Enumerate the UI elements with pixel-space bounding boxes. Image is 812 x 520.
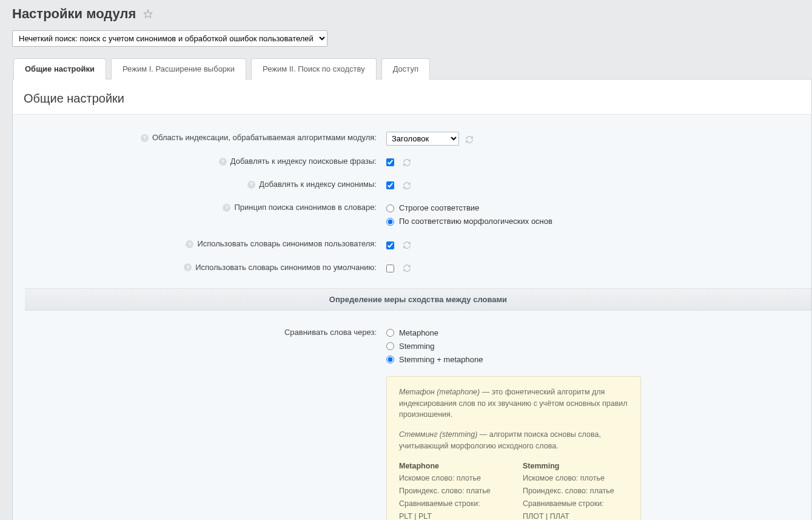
note-metaphone-em: Метафон (metaphone) xyxy=(399,388,480,396)
help-icon[interactable]: ? xyxy=(141,134,149,142)
add-search-phrases-label: Добавлять к индексу поисковые фразы: xyxy=(230,155,377,168)
section-header-similarity: Определение меры сходства между словами xyxy=(25,288,811,311)
help-icon[interactable]: ? xyxy=(219,158,227,166)
add-search-phrases-checkbox[interactable] xyxy=(386,158,394,166)
add-synonyms-checkbox[interactable] xyxy=(386,181,394,189)
tab-access[interactable]: Доступ xyxy=(381,58,430,79)
tab-general[interactable]: Общие настройки xyxy=(13,58,106,79)
page-title: Настройки модуля xyxy=(12,6,136,22)
synonym-principle-label: Принцип поиска синонимов в словаре: xyxy=(234,201,377,214)
use-default-dict-label: Использовать словарь синонимов по умолча… xyxy=(195,262,377,274)
synonym-strict-radio[interactable] xyxy=(386,204,394,212)
use-default-dict-checkbox[interactable] xyxy=(386,265,394,272)
tab-mode-2[interactable]: Режим II. Поиск по сходству xyxy=(251,58,377,79)
compare-both-radio-label: Stemming + metaphone xyxy=(399,353,483,366)
svg-marker-0 xyxy=(144,10,152,18)
note-col-stemming: Stemming Искомое слово: плотье Проиндекс… xyxy=(523,461,628,520)
synonym-morph-radio[interactable] xyxy=(386,218,394,226)
compare-metaphone-radio-label: Metaphone xyxy=(399,326,438,340)
note-col-metaphone: Metaphone Искомое слово: плотье Проиндек… xyxy=(399,461,505,520)
compare-metaphone-radio[interactable] xyxy=(386,329,394,337)
compare-label: Сравнивать слова через: xyxy=(284,326,377,339)
use-user-dict-checkbox[interactable] xyxy=(386,241,394,249)
help-icon[interactable]: ? xyxy=(247,181,255,189)
synonym-morph-radio-label: По соответствию морфологических основ xyxy=(399,215,552,228)
refresh-icon[interactable] xyxy=(403,181,411,190)
note-stemming-em: Стемминг (stemming) xyxy=(399,430,477,439)
compare-both-radio[interactable] xyxy=(386,356,394,363)
tabs: Общие настройки Режим I. Расширение выбо… xyxy=(12,58,812,79)
refresh-icon[interactable] xyxy=(403,264,411,272)
help-icon[interactable]: ? xyxy=(223,204,230,212)
index-scope-select[interactable]: Заголовок xyxy=(386,132,459,146)
tab-mode-1[interactable]: Режим I. Расширение выборки xyxy=(111,58,246,79)
compare-stemming-radio[interactable] xyxy=(386,342,394,350)
refresh-icon[interactable] xyxy=(465,135,474,144)
panel-title: Общие настройки xyxy=(13,92,811,114)
help-icon[interactable]: ? xyxy=(186,240,193,248)
refresh-icon[interactable] xyxy=(403,158,411,167)
help-icon[interactable]: ? xyxy=(184,263,192,271)
use-user-dict-label: Использовать словарь синонимов пользоват… xyxy=(197,238,377,251)
module-select[interactable]: Нечеткий поиск: поиск с учетом синонимов… xyxy=(12,30,327,47)
algorithm-note: Метафон (metaphone) — это фонетический а… xyxy=(386,376,641,520)
add-synonyms-label: Добавлять к индексу синонимы: xyxy=(259,178,377,191)
compare-stemming-radio-label: Stemming xyxy=(399,340,435,353)
synonym-strict-radio-label: Строгое соответствие xyxy=(399,201,479,215)
favorite-star-icon[interactable] xyxy=(143,9,153,19)
refresh-icon[interactable] xyxy=(403,241,411,249)
index-scope-label: Область индексации, обрабатываемая алгор… xyxy=(152,132,377,144)
